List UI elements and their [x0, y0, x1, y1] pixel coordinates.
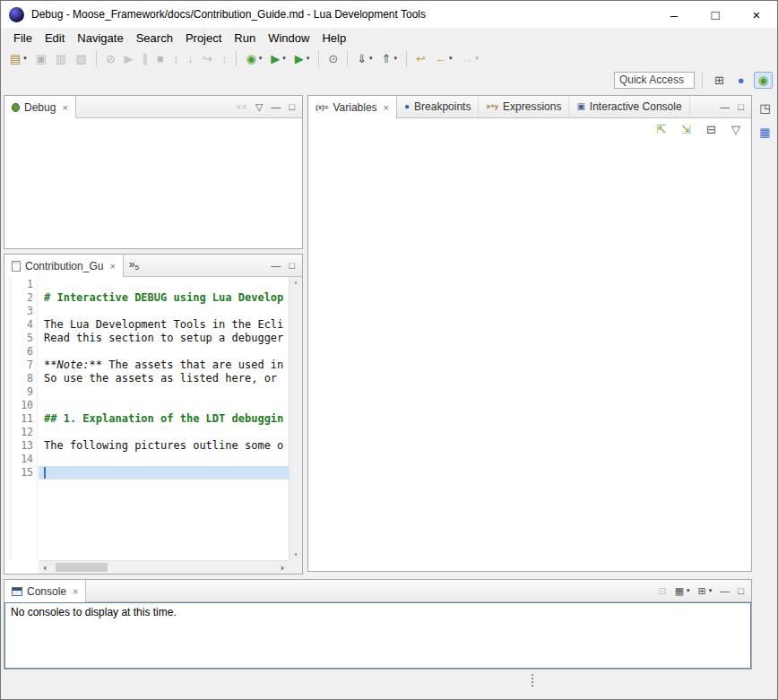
search-button[interactable]: ⊙: [324, 51, 341, 66]
display-selected-console-button[interactable]: ▦▾: [672, 585, 693, 597]
window-minimize-button[interactable]: –: [653, 1, 695, 28]
line-number[interactable]: 9: [12, 385, 33, 399]
code-line[interactable]: ## 1. Explanation of the LDT debuggin: [39, 412, 289, 426]
line-number[interactable]: 3: [12, 305, 33, 318]
minimize-view-button[interactable]: —: [717, 101, 732, 113]
line-number[interactable]: 4: [12, 318, 33, 332]
close-icon[interactable]: ×: [109, 261, 115, 272]
open-console-page-button[interactable]: ⊡: [655, 585, 669, 597]
previous-annotation-button[interactable]: ⇑▾: [378, 51, 401, 66]
code-line[interactable]: # Interactive DEBUG using Lua Develop: [39, 291, 289, 305]
sash-grip[interactable]: [532, 674, 533, 687]
open-perspective-button[interactable]: ⊞: [710, 72, 729, 89]
tab-interactive-console[interactable]: ▣Interactive Console: [569, 96, 689, 117]
skip-breakpoints-button[interactable]: ⊘: [102, 51, 119, 66]
save-all-button[interactable]: ▥: [52, 51, 70, 66]
remove-terminated-button[interactable]: ××: [233, 101, 250, 113]
disconnect-button[interactable]: ↕: [169, 51, 183, 66]
print-button[interactable]: ▧: [72, 51, 90, 66]
code-line[interactable]: The following pictures outline some o: [39, 439, 289, 453]
debug-perspective-button[interactable]: ◉: [754, 72, 773, 89]
tab-debug[interactable]: Debug ×: [4, 96, 76, 118]
scroll-left-icon[interactable]: ‹: [42, 563, 48, 573]
show-logical-structures-button[interactable]: ⇲: [678, 122, 695, 137]
line-number[interactable]: 13: [12, 439, 33, 453]
code-line[interactable]: [39, 345, 289, 359]
line-number[interactable]: 10: [12, 399, 33, 412]
code-line[interactable]: [39, 399, 289, 412]
outline-view-button[interactable]: ▦: [756, 123, 774, 141]
scroll-up-icon[interactable]: ▴: [294, 279, 298, 286]
line-number[interactable]: 2: [12, 291, 33, 305]
last-edit-location-button[interactable]: ↩: [412, 51, 429, 66]
code-line[interactable]: So use the assets as listed here, or: [39, 372, 289, 385]
debug-button[interactable]: ◉▾: [242, 51, 265, 66]
window-close-button[interactable]: ×: [736, 1, 777, 28]
menu-project[interactable]: Project: [179, 30, 228, 47]
resume-button[interactable]: ▶: [121, 51, 137, 66]
console-body[interactable]: No consoles to display at this time.: [4, 602, 751, 669]
horizontal-scrollbar[interactable]: ‹ ›: [39, 560, 289, 574]
code-line[interactable]: [39, 385, 289, 399]
suspend-button[interactable]: ∥: [139, 51, 152, 66]
code-line[interactable]: [39, 278, 289, 291]
collapse-all-button[interactable]: ⊟: [703, 122, 720, 137]
maximize-view-button[interactable]: □: [735, 585, 747, 597]
back-button[interactable]: ←▾: [431, 51, 456, 66]
open-console-button[interactable]: ⊞▾: [696, 585, 715, 597]
annotation-ruler[interactable]: [4, 277, 12, 560]
minimize-view-button[interactable]: —: [268, 101, 283, 113]
line-number[interactable]: 8: [12, 372, 33, 385]
menu-window[interactable]: Window: [262, 30, 316, 47]
forward-button[interactable]: →▾: [457, 51, 482, 66]
code-line[interactable]: [39, 466, 289, 480]
menu-help[interactable]: Help: [316, 30, 352, 47]
show-type-names-button[interactable]: ⇱: [653, 122, 670, 137]
editor-body[interactable]: 123456789101112131415 # Interactive DEBU…: [4, 277, 302, 574]
code-line[interactable]: **Note:** The assets that are used in: [39, 359, 289, 372]
step-over-button[interactable]: ↪: [199, 51, 216, 66]
line-number[interactable]: 14: [12, 453, 33, 466]
close-icon[interactable]: ×: [73, 586, 78, 597]
code-line[interactable]: Read this section to setup a debugger: [39, 332, 289, 345]
variables-body[interactable]: [308, 139, 751, 571]
menu-file[interactable]: File: [7, 30, 39, 47]
next-annotation-button[interactable]: ⇓▾: [353, 51, 376, 66]
view-menu-button[interactable]: ▽: [253, 101, 265, 113]
line-number[interactable]: 7: [12, 359, 33, 372]
scroll-right-icon[interactable]: ›: [279, 563, 285, 573]
quick-access-box[interactable]: Quick Access: [614, 72, 695, 89]
line-number[interactable]: 1: [12, 278, 33, 291]
tab-breakpoints[interactable]: ●Breakpoints: [397, 96, 479, 117]
scroll-down-icon[interactable]: ▾: [294, 551, 298, 558]
close-icon[interactable]: ×: [62, 102, 67, 113]
vertical-scrollbar[interactable]: ▴ ▾: [289, 277, 302, 560]
window-maximize-button[interactable]: □: [695, 1, 736, 28]
line-number-gutter[interactable]: 123456789101112131415: [12, 277, 38, 560]
menu-search[interactable]: Search: [130, 30, 179, 47]
step-into-button[interactable]: ↓: [184, 51, 197, 66]
menu-run[interactable]: Run: [228, 30, 262, 47]
code-line[interactable]: The Lua Development Tools in the Ecli: [39, 318, 289, 332]
maximize-view-button[interactable]: □: [286, 101, 298, 113]
step-return-button[interactable]: ↑: [218, 51, 231, 66]
code-line[interactable]: [39, 453, 289, 466]
maximize-view-button[interactable]: □: [286, 260, 298, 272]
close-icon[interactable]: ×: [384, 102, 389, 113]
line-number[interactable]: 6: [12, 345, 33, 359]
menu-navigate[interactable]: Navigate: [71, 30, 129, 47]
debug-view-body[interactable]: [4, 118, 302, 248]
maximize-view-button[interactable]: □: [735, 101, 747, 113]
line-number[interactable]: 15: [12, 466, 33, 480]
save-button[interactable]: ▣: [32, 51, 50, 66]
tab-overflow-chevron[interactable]: »5: [124, 255, 144, 276]
minimize-view-button[interactable]: —: [717, 585, 732, 597]
line-number[interactable]: 12: [12, 426, 33, 439]
restore-editor-button[interactable]: ◳: [756, 99, 774, 117]
code-line[interactable]: [39, 305, 289, 318]
lua-perspective-button[interactable]: ●: [733, 72, 749, 89]
tab-contribution-guide[interactable]: Contribution_Gu ×: [4, 255, 124, 277]
external-tools-button[interactable]: ▶▾: [291, 51, 314, 66]
tab-expressions[interactable]: x+yExpressions: [479, 96, 569, 117]
run-button[interactable]: ▶▾: [267, 51, 290, 66]
